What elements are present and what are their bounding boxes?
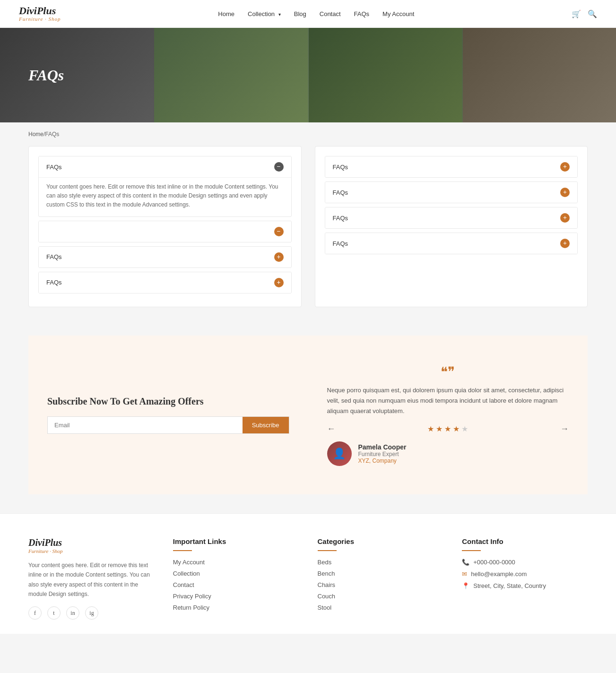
footer-link-privacy[interactable]: Privacy Policy: [173, 593, 211, 600]
faq-item-3: FAQs +: [38, 246, 292, 268]
quote-icon: ❝❞: [327, 364, 569, 380]
nav-collection[interactable]: Collection ▾: [248, 10, 281, 17]
star-1: ★: [427, 425, 434, 433]
star-3: ★: [444, 425, 451, 433]
faq-item-r1-header[interactable]: FAQs +: [325, 156, 578, 177]
testimonial-nav: ← ★ ★ ★ ★ ★ →: [327, 424, 569, 434]
faq-item-r3: FAQs +: [325, 207, 578, 229]
nav-blog[interactable]: Blog: [294, 10, 306, 17]
testimonial-box: ❝❞ Neque porro quisquam est, qui dolorem…: [308, 336, 588, 494]
faq-item-r2: FAQs +: [325, 181, 578, 203]
logo-brand: DiviPlus: [19, 6, 61, 16]
faq-item-1-header[interactable]: FAQs −: [39, 156, 291, 177]
subscribe-button[interactable]: Subscribe: [243, 417, 289, 433]
footer-email: ✉ hello@example.com: [462, 570, 588, 578]
breadcrumb-current: FAQs: [45, 131, 59, 138]
star-5: ★: [461, 425, 468, 433]
footer-cat-bench[interactable]: Bench: [318, 570, 335, 577]
faq-item-r4-header[interactable]: FAQs +: [325, 233, 578, 254]
footer-description: Your content goes here. Edit or remove t…: [28, 561, 154, 599]
breadcrumb-home[interactable]: Home: [28, 131, 43, 138]
faq-toggle-r2[interactable]: +: [560, 188, 570, 197]
phone-icon: 📞: [462, 559, 469, 566]
prev-arrow[interactable]: ←: [327, 424, 336, 434]
faq-toggle-3[interactable]: +: [274, 252, 284, 262]
social-facebook[interactable]: f: [28, 606, 42, 620]
footer-links-col: Important Links My Account Collection Co…: [173, 537, 299, 620]
footer-cat-beds[interactable]: Beds: [318, 559, 332, 566]
footer-address: 📍 Street, City, State, Country: [462, 582, 588, 589]
author-company: XYZ, Company: [358, 457, 407, 464]
faq-item-r1: FAQs +: [325, 156, 578, 178]
faq-toggle-4[interactable]: +: [274, 278, 284, 287]
footer-social: f t in ig: [28, 606, 154, 620]
social-instagram[interactable]: ig: [85, 606, 98, 620]
footer-link-collection[interactable]: Collection: [173, 570, 200, 577]
faq-item-4-title: FAQs: [46, 279, 62, 286]
next-arrow[interactable]: →: [560, 424, 569, 434]
footer-cat-chairs[interactable]: Chairs: [318, 581, 336, 588]
footer-brand-col: DiviPlus Furniture · Shop Your content g…: [28, 537, 154, 620]
footer-cat-stool[interactable]: Stool: [318, 604, 332, 611]
nav-links: Home Collection ▾ Blog Contact FAQs My A…: [218, 10, 414, 17]
footer-link-my-account[interactable]: My Account: [173, 559, 205, 566]
footer-address-text: Street, City, State, Country: [473, 582, 546, 589]
nav-faqs[interactable]: FAQs: [354, 10, 370, 17]
faq-toggle-r3[interactable]: +: [560, 213, 570, 223]
hero-title: FAQs: [28, 67, 64, 84]
subscribe-form: Subscribe: [47, 416, 289, 434]
footer-link-contact[interactable]: Contact: [173, 581, 194, 588]
footer-categories-title: Categories: [318, 537, 443, 545]
star-4: ★: [453, 425, 460, 433]
faq-item-r1-title: FAQs: [333, 164, 348, 171]
footer-links-divider: [173, 550, 192, 551]
email-input[interactable]: [48, 417, 243, 433]
faq-toggle-r1[interactable]: +: [560, 162, 570, 172]
faq-item-r2-header[interactable]: FAQs +: [325, 182, 578, 203]
author-info: Pamela Cooper Furniture Expert XYZ, Comp…: [358, 443, 407, 464]
faq-item-r4: FAQs +: [325, 233, 578, 254]
footer-links-list: My Account Collection Contact Privacy Po…: [173, 559, 299, 612]
nav-my-account[interactable]: My Account: [382, 10, 414, 17]
footer-categories-col: Categories Beds Bench Chairs Couch Stool: [318, 537, 443, 620]
footer-categories-list: Beds Bench Chairs Couch Stool: [318, 559, 443, 612]
subscribe-title: Subscribe Now To Get Amazing Offers: [47, 396, 289, 407]
footer-categories-divider: [318, 550, 337, 551]
subscribe-box: Subscribe Now To Get Amazing Offers Subs…: [28, 336, 308, 494]
footer-logo-brand: DiviPlus: [28, 537, 154, 548]
faq-card-left: FAQs − Your content goes here. Edit or r…: [28, 146, 302, 307]
author-title: Furniture Expert: [358, 451, 407, 457]
testimonial-text: Neque porro quisquam est, qui dolorem ip…: [327, 385, 569, 416]
footer-email-address: hello@example.com: [471, 570, 527, 578]
footer-cat-couch[interactable]: Couch: [318, 593, 336, 600]
nav-contact[interactable]: Contact: [320, 10, 341, 17]
nav-home[interactable]: Home: [218, 10, 234, 17]
location-icon: 📍: [462, 582, 469, 589]
faq-item-2: −: [38, 221, 292, 242]
footer-logo-tagline: Furniture · Shop: [28, 548, 154, 554]
main-content: FAQs − Your content goes here. Edit or r…: [0, 146, 616, 326]
hero-banner: FAQs: [0, 28, 616, 122]
faq-item-1: FAQs − Your content goes here. Edit or r…: [38, 156, 292, 217]
chevron-down-icon: ▾: [278, 12, 281, 17]
faq-toggle-r4[interactable]: +: [560, 239, 570, 248]
faq-toggle-2[interactable]: −: [274, 227, 284, 236]
cart-icon[interactable]: 🛒: [572, 9, 581, 18]
breadcrumb: Home/FAQs: [0, 122, 616, 146]
footer-link-return[interactable]: Return Policy: [173, 604, 209, 611]
hero-panel-3: [309, 28, 463, 122]
faq-item-3-header[interactable]: FAQs +: [39, 247, 291, 267]
social-twitter[interactable]: t: [47, 606, 61, 620]
faq-toggle-1[interactable]: −: [274, 162, 284, 172]
faq-item-2-header[interactable]: −: [39, 221, 291, 242]
mid-section: Subscribe Now To Get Amazing Offers Subs…: [28, 336, 588, 494]
faq-item-4-header[interactable]: FAQs +: [39, 272, 291, 293]
footer-phone-number: +000-000-0000: [473, 559, 515, 566]
faq-item-r3-title: FAQs: [333, 215, 348, 222]
faq-item-r3-header[interactable]: FAQs +: [325, 207, 578, 228]
search-icon[interactable]: 🔍: [588, 9, 597, 18]
footer: DiviPlus Furniture · Shop Your content g…: [0, 513, 616, 634]
social-linkedin[interactable]: in: [66, 606, 79, 620]
faq-item-r2-title: FAQs: [333, 189, 348, 196]
nav-icons: 🛒 🔍: [572, 9, 597, 18]
